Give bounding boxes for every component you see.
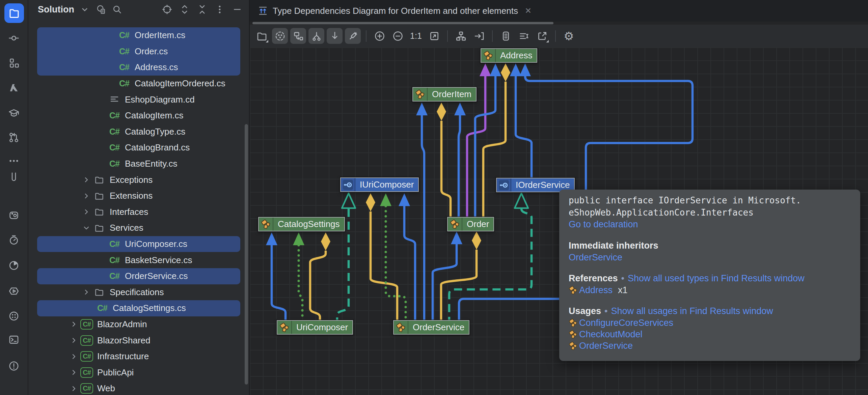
project-logo[interactable] (4, 3, 24, 23)
services-icon[interactable] (8, 209, 20, 221)
edge-order-to-orderitem-agg[interactable] (437, 103, 451, 217)
chevron-collapsed-icon[interactable] (68, 318, 80, 330)
reference-address-link[interactable]: Address (579, 284, 613, 296)
edge-orderservice-to-iuricomposer-dotted[interactable] (380, 193, 406, 320)
settings-button[interactable]: ⚙ (561, 28, 577, 44)
tree-item-eshopdiagram-cd[interactable]: EshopDiagram.cd (37, 91, 240, 108)
tree-item-services[interactable]: Services (37, 220, 240, 236)
inheritor-orderservice-link[interactable]: OrderService (569, 252, 622, 263)
apply-layout-button[interactable] (453, 28, 469, 44)
tests-icon[interactable] (8, 285, 20, 297)
new-elements-button[interactable] (254, 28, 270, 44)
learn-icon[interactable] (8, 107, 20, 119)
azure-icon[interactable] (8, 82, 20, 94)
pull-requests-icon[interactable] (8, 132, 20, 144)
usage-configurecoreservices-link[interactable]: ConfigureCoreServices (579, 317, 673, 329)
structure-icon[interactable] (8, 57, 20, 69)
more-icon[interactable] (8, 155, 20, 167)
tree-item-catalogsettings-cs[interactable]: C#CatalogSettings.cs (37, 300, 240, 316)
plugins-icon[interactable] (8, 310, 20, 322)
usage-orderservice-link[interactable]: OrderService (579, 340, 633, 351)
tree-item-uricomposer-cs[interactable]: C#UriComposer.cs (37, 236, 240, 252)
chevron-collapsed-icon[interactable] (81, 190, 92, 202)
move-into-button[interactable] (471, 28, 487, 44)
go-to-declaration-link[interactable]: Go to declaration (569, 219, 638, 229)
tree-item-interfaces[interactable]: Interfaces (37, 204, 240, 220)
edge-orderservice-right[interactable] (459, 299, 567, 320)
edge-orderservice-to-iuricomposer-agg[interactable] (366, 193, 397, 320)
search-icon[interactable] (111, 4, 123, 15)
zoom-out-button[interactable] (390, 28, 406, 44)
profiler-icon[interactable] (8, 234, 20, 246)
panel-title[interactable]: Solution (38, 4, 74, 15)
chevron-collapsed-icon[interactable] (68, 383, 80, 394)
problems-icon[interactable] (8, 360, 20, 372)
diagram-node-order[interactable]: Order (447, 217, 494, 231)
tree-item-catalogbrand-cs[interactable]: C#CatalogBrand.cs (37, 140, 240, 156)
tree-item-extensions[interactable]: Extensions (37, 188, 240, 204)
commit-icon[interactable] (8, 32, 20, 44)
fit-content-button[interactable] (426, 28, 442, 44)
tree-item-catalogitemordered-cs[interactable]: C#CatalogItemOrdered.cs (37, 76, 240, 92)
diagram-node-uricomposer[interactable]: UriComposer (277, 320, 353, 335)
show-used-types-link[interactable]: Show all used types in Find Results wind… (628, 273, 805, 283)
actual-size-button[interactable]: 1:1 (408, 28, 424, 44)
edge-uricomposer-to-catalogsettings[interactable] (266, 232, 286, 320)
tree-item-specifications[interactable]: Specifications (37, 284, 240, 301)
tree-item-catalogtype-cs[interactable]: C#CatalogType.cs (37, 124, 240, 140)
tree-item-orderservice-cs[interactable]: C#OrderService.cs (37, 268, 240, 284)
diagram-node-orderservice[interactable]: OrderService (393, 320, 469, 335)
edge-order-to-address-1[interactable] (467, 63, 491, 217)
tree-scrollbar[interactable] (245, 124, 248, 385)
hide-panel-icon[interactable] (232, 4, 243, 15)
export-button[interactable] (534, 28, 550, 44)
tab-close-icon[interactable]: ✕ (525, 6, 532, 16)
scope-toggle[interactable] (272, 28, 288, 44)
color-picker-toggle[interactable] (345, 28, 361, 44)
tree-item-order-cs[interactable]: C#Order.cs (37, 44, 240, 60)
edge-orderservice-to-order-agg[interactable] (441, 231, 481, 320)
edge-order-to-address-3[interactable] (483, 63, 510, 217)
diagram-node-catalogsettings[interactable]: CatalogSettings (258, 217, 345, 231)
tree-item-address-cs[interactable]: C#Address.cs (37, 59, 240, 76)
chevron-collapsed-icon[interactable] (68, 367, 80, 378)
edge-orderservice-to-iuricomposer[interactable] (399, 193, 415, 320)
chevron-expanded-icon[interactable] (81, 222, 92, 234)
diagram-node-address[interactable]: Address (481, 48, 537, 63)
edge-uricomposer-to-catalogsettings-agg[interactable] (310, 232, 330, 320)
tree-item-baseentity-cs[interactable]: C#BaseEntity.cs (37, 156, 240, 172)
tree-item-publicapi[interactable]: C#PublicApi (37, 364, 240, 380)
show-usages-toggle[interactable] (290, 28, 306, 44)
edge-orderservice-to-orderitem-1[interactable] (416, 103, 428, 320)
bracket-icon[interactable] (8, 171, 20, 183)
edit-properties-button[interactable] (516, 28, 532, 44)
locate-file-icon[interactable] (95, 4, 107, 15)
show-usages-link[interactable]: Show all usages in Find Results window (611, 306, 773, 316)
kebab-menu-icon[interactable] (214, 4, 225, 15)
memory-icon[interactable] (8, 259, 20, 272)
edge-orderservice-implements[interactable] (449, 193, 532, 320)
collapse-all-icon[interactable] (196, 4, 208, 15)
edge-uricomposer-to-catalogsettings-dotted[interactable] (293, 232, 304, 320)
tree-item-catalogitem-cs[interactable]: C#CatalogItem.cs (37, 108, 240, 124)
tree-item-exceptions[interactable]: Exceptions (37, 172, 240, 188)
downstream-toggle[interactable] (327, 28, 343, 44)
chevron-collapsed-icon[interactable] (81, 174, 92, 186)
split-dependencies-toggle[interactable] (308, 28, 324, 44)
edge-order-to-address-2[interactable] (475, 63, 501, 217)
diagram-canvas[interactable]: AddressOrderItemIUriComposerIOrderServic… (250, 47, 868, 395)
tree-item-blazoradmin[interactable]: C#BlazorAdmin (37, 316, 240, 333)
chevron-collapsed-icon[interactable] (68, 351, 80, 362)
copy-diagram-button[interactable] (498, 28, 514, 44)
tree-item-orderitem-cs[interactable]: C#OrderItem.cs (37, 27, 240, 44)
horizontal-scrollbar-thumb[interactable] (252, 22, 553, 24)
tree-item-basketservice-cs[interactable]: C#BasketService.cs (37, 252, 240, 268)
chevron-down-icon[interactable] (79, 4, 90, 15)
tree-item-web[interactable]: C#Web (37, 380, 240, 395)
terminal-icon[interactable] (8, 334, 20, 346)
tree-item-infrastructure[interactable]: C#Infrastructure (37, 348, 240, 365)
usage-checkoutmodel-link[interactable]: CheckoutModel (579, 329, 643, 340)
zoom-in-button[interactable] (372, 28, 387, 44)
diagram-node-iuricomposer[interactable]: IUriComposer (340, 177, 419, 192)
chevron-collapsed-icon[interactable] (68, 335, 80, 346)
